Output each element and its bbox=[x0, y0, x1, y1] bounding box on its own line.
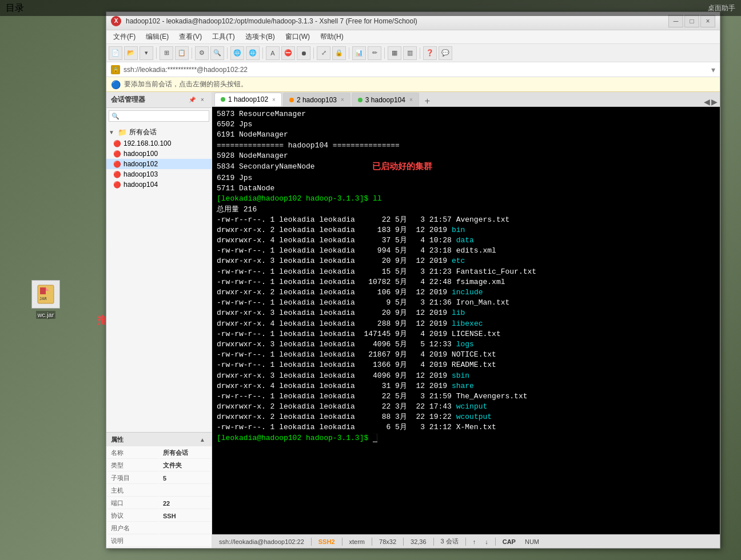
tb-settings[interactable]: ⚙ bbox=[195, 46, 209, 60]
terminal-line: -rw-rw-r--. 1 leokadia leokadia 994 5月 4… bbox=[217, 246, 715, 256]
terminal-line: -rw-rw-r--. 1 leokadia leokadia 1366 9月 … bbox=[217, 360, 715, 370]
terminal-line: 6191 NodeManager bbox=[217, 130, 715, 140]
tb-red[interactable]: ⛔ bbox=[281, 46, 295, 60]
tb-open[interactable]: 📂 bbox=[124, 46, 138, 60]
tb-record[interactable]: ⏺ bbox=[297, 46, 310, 60]
tb-help[interactable]: ❓ bbox=[423, 46, 437, 60]
props-expand[interactable]: ▲ bbox=[198, 435, 207, 444]
new-tab-button[interactable]: + bbox=[420, 96, 435, 106]
server-icon: 🔴 bbox=[113, 181, 121, 189]
status-nav-up[interactable]: ↑ bbox=[471, 538, 479, 545]
desktop-icon-wc-jar[interactable]: JAR wc.jar bbox=[31, 280, 60, 319]
props-table: 名称 所有会话 类型 文件夹 子项目 5 主机 bbox=[106, 446, 212, 548]
address-text: ssh://leokadia:***********@hadoop102:22 bbox=[124, 66, 248, 74]
tb-new[interactable]: 📄 bbox=[109, 46, 122, 60]
terminal[interactable]: 5873 ResourceManager 6502 Jps 6191 NodeM… bbox=[212, 107, 720, 534]
terminal-line: 5711 DataNode bbox=[217, 183, 715, 194]
tb-chart[interactable]: 📊 bbox=[352, 46, 366, 60]
tb-layout2[interactable]: ▥ bbox=[403, 46, 417, 60]
tree-label: hadoop104 bbox=[124, 181, 158, 189]
search-input[interactable] bbox=[109, 110, 209, 122]
close-button[interactable]: × bbox=[700, 15, 715, 27]
menu-view[interactable]: 查看(V) bbox=[174, 31, 206, 43]
menu-file[interactable]: 文件(F) bbox=[109, 31, 140, 43]
tab-close-icon[interactable]: × bbox=[341, 97, 344, 103]
tab-label: 1 hadoop102 bbox=[228, 95, 268, 103]
terminal-line: 5873 ResourceManager bbox=[217, 109, 715, 119]
tree-label: hadoop103 bbox=[124, 170, 158, 178]
tree-label: hadoop100 bbox=[124, 150, 158, 158]
tree-item-192[interactable]: 🔴 192.168.10.100 bbox=[106, 138, 212, 149]
server-icon: 🔴 bbox=[113, 171, 121, 178]
tab-prev[interactable]: ◀ bbox=[704, 97, 710, 106]
sidebar-pin[interactable]: 📌 bbox=[188, 95, 197, 105]
svg-text:JAR: JAR bbox=[39, 297, 47, 301]
tb-copy[interactable]: ⊞ bbox=[160, 46, 173, 60]
sidebar-search-area bbox=[106, 108, 212, 124]
tab-close-icon[interactable]: × bbox=[272, 97, 276, 103]
status-term: xterm bbox=[347, 538, 368, 545]
menu-window[interactable]: 窗口(W) bbox=[281, 31, 314, 43]
tab-bar: 1 hadoop102 × 2 hadoop103 × 3 hadoop104 … bbox=[212, 92, 720, 107]
status-sessions: 3 会话 bbox=[439, 537, 461, 546]
status-num: NUM bbox=[523, 538, 541, 545]
annotation: 已启动好的集群 bbox=[372, 161, 432, 173]
status-pos: 32,36 bbox=[408, 538, 429, 545]
status-address: ssh://leokadia@hadoop102:22 bbox=[217, 538, 306, 545]
menu-edit[interactable]: 编辑(E) bbox=[141, 31, 173, 43]
tab-next[interactable]: ▶ bbox=[711, 97, 718, 106]
tb-globe2[interactable]: 🌐 bbox=[246, 46, 260, 60]
menu-tabs[interactable]: 选项卡(B) bbox=[241, 31, 280, 43]
maximize-button[interactable]: □ bbox=[684, 15, 699, 27]
jar-icon: JAR bbox=[31, 280, 60, 309]
tree-item-hadoop103[interactable]: 🔴 hadoop103 bbox=[106, 169, 212, 179]
tb-paste[interactable]: 📋 bbox=[175, 46, 189, 60]
prop-key: 类型 bbox=[107, 460, 158, 471]
info-icon: 🔵 bbox=[111, 80, 121, 89]
tree-item-hadoop100[interactable]: 🔴 hadoop100 bbox=[106, 149, 212, 159]
tab-hadoop104[interactable]: 3 hadoop104 × bbox=[352, 93, 419, 106]
tab-dot bbox=[358, 98, 362, 102]
xshell-logo: X bbox=[111, 16, 121, 26]
tb-globe[interactable]: 🌐 bbox=[230, 46, 244, 60]
sidebar-close[interactable]: × bbox=[198, 95, 207, 105]
tb-pencil[interactable]: ✏ bbox=[368, 46, 381, 60]
props-header: 属性 ▲ bbox=[106, 433, 212, 446]
status-nav-down[interactable]: ↓ bbox=[483, 538, 491, 545]
tb-search[interactable]: 🔍 bbox=[210, 46, 224, 60]
menu-tools[interactable]: 工具(T) bbox=[208, 31, 239, 43]
server-icon: 🔴 bbox=[113, 140, 121, 147]
tb-font[interactable]: A bbox=[266, 46, 280, 60]
tab-hadoop103[interactable]: 2 hadoop103 × bbox=[283, 93, 350, 106]
tab-hadoop102[interactable]: 1 hadoop102 × bbox=[214, 93, 282, 106]
prop-value bbox=[160, 535, 210, 547]
tree-item-hadoop102[interactable]: 🔴 hadoop102 bbox=[106, 159, 212, 169]
address-dropdown[interactable]: ▾ bbox=[711, 65, 715, 74]
prop-row: 端口 22 bbox=[107, 498, 210, 509]
prop-value: 所有会话 bbox=[160, 447, 210, 459]
minimize-button[interactable]: ─ bbox=[668, 15, 683, 27]
tb-lock[interactable]: 🔒 bbox=[332, 46, 346, 60]
tree-item-all-sessions[interactable]: ▼ 📁 所有会话 bbox=[106, 126, 212, 138]
top-bar-title: 目录 bbox=[6, 2, 24, 14]
tab-dot bbox=[289, 98, 294, 102]
window-title: hadoop102 - leokadia@hadoop102:/opt/modu… bbox=[126, 17, 664, 25]
prop-row: 类型 文件夹 bbox=[107, 460, 210, 471]
tab-close-icon[interactable]: × bbox=[409, 97, 413, 103]
terminal-line: drwxr-xr-x. 2 leokadia leokadia 106 9月 1… bbox=[217, 287, 715, 298]
status-size: 78x32 bbox=[377, 538, 399, 545]
terminal-line: drwxr-xr-x. 3 leokadia leokadia 20 9月 12… bbox=[217, 256, 715, 266]
menu-help[interactable]: 帮助(H) bbox=[316, 31, 348, 43]
main-area: 会话管理器 📌 × ▼ 📁 所有会话 bbox=[106, 92, 720, 548]
tb-dropdown[interactable]: ▾ bbox=[140, 46, 153, 60]
tb-msg[interactable]: 💬 bbox=[439, 46, 452, 60]
terminal-line: drwxr-xr-x. 4 leokadia leokadia 288 9月 1… bbox=[217, 319, 715, 329]
ssh-icon: 🔒 bbox=[111, 65, 120, 74]
terminal-line: [leokadia@hadoop102 hadoop-3.1.3]$ ll bbox=[217, 194, 715, 204]
tb-expand[interactable]: ⤢ bbox=[317, 46, 330, 60]
tree-item-hadoop104[interactable]: 🔴 hadoop104 bbox=[106, 179, 212, 190]
address-bar: 🔒 ssh://leokadia:***********@hadoop102:2… bbox=[106, 62, 720, 77]
tb-layout[interactable]: ▦ bbox=[388, 46, 401, 60]
prop-row: 协议 SSH bbox=[107, 510, 210, 522]
terminal-line: -rw-rw-r--. 1 leokadia leokadia 147145 9… bbox=[217, 329, 715, 339]
